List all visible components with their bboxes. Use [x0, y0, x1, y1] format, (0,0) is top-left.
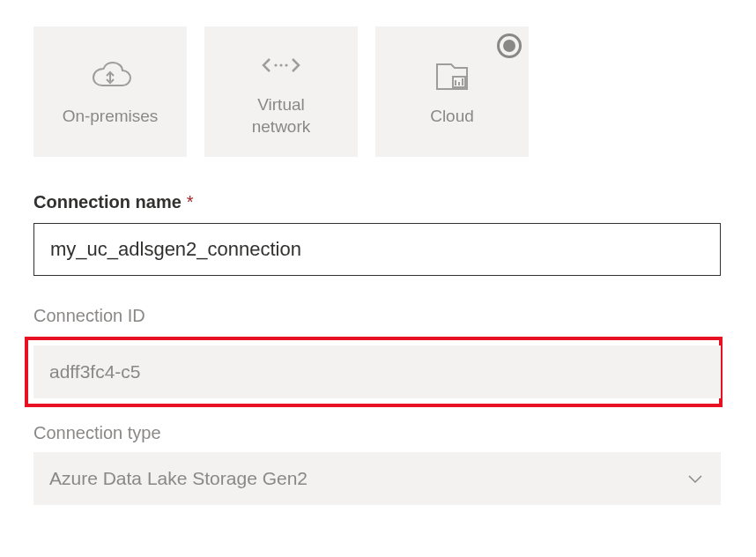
radio-selected-icon	[497, 33, 522, 58]
tile-label: Virtual network	[252, 94, 311, 137]
tile-virtual-network[interactable]: Virtual network	[204, 26, 358, 157]
required-asterisk: *	[187, 192, 194, 212]
connection-id-value: adff3fc4-c5	[33, 345, 721, 398]
connection-id-label: Connection ID	[33, 306, 723, 326]
tile-label: On-premises	[63, 106, 159, 128]
tile-label: Cloud	[430, 106, 474, 128]
svg-point-0	[274, 64, 277, 67]
tile-on-premises[interactable]: On-premises	[33, 26, 187, 157]
connection-name-label: Connection name*	[33, 192, 723, 212]
cloud-sync-icon	[86, 56, 134, 97]
connection-name-input[interactable]	[33, 223, 721, 276]
connection-id-field: Connection ID adff3fc4-c5	[33, 306, 723, 407]
connection-type-label: Connection type	[33, 423, 723, 443]
connection-type-select[interactable]: Azure Data Lake Storage Gen2	[33, 452, 721, 505]
tile-cloud[interactable]: Cloud	[375, 26, 529, 157]
connection-name-field: Connection name*	[33, 192, 723, 276]
network-icon	[261, 45, 301, 85]
cloud-storage-icon	[432, 56, 472, 97]
connection-type-field: Connection type Azure Data Lake Storage …	[33, 423, 723, 505]
svg-point-2	[285, 64, 287, 67]
svg-point-1	[279, 64, 282, 67]
chevron-down-icon	[686, 469, 705, 488]
connection-id-text: adff3fc4-c5	[49, 361, 141, 382]
gateway-type-tiles: On-premises Virtual network	[33, 26, 723, 157]
label-text: Connection name	[33, 192, 182, 212]
connection-id-highlight: adff3fc4-c5	[25, 337, 723, 407]
connection-type-value: Azure Data Lake Storage Gen2	[49, 468, 308, 489]
